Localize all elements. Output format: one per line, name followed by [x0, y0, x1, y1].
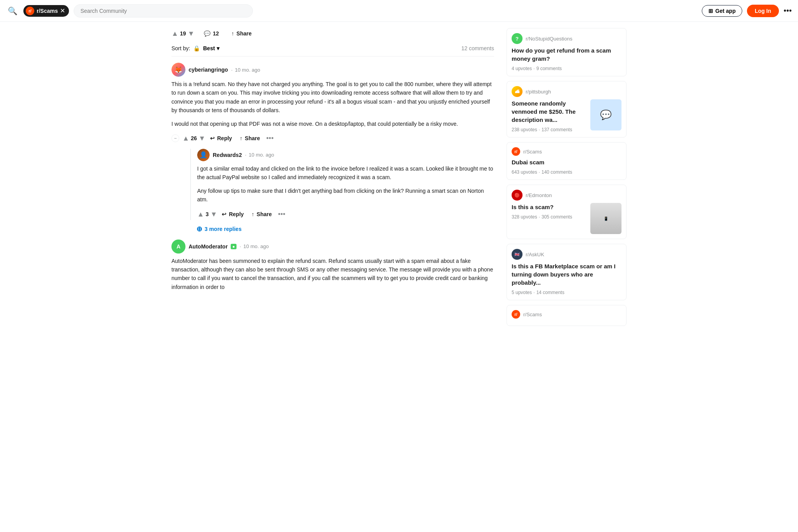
comment-icon: 💬: [204, 30, 210, 37]
share-count: 12: [213, 30, 219, 37]
card-upvotes-5: 5 upvotes: [512, 290, 532, 295]
post-share-count-button[interactable]: 💬 12: [201, 28, 222, 39]
sidebar-card-2[interactable]: 🏙 r/pittsburgh Someone randomly venmoed …: [507, 81, 627, 137]
card-stats-3: 643 upvotes · 140 comments: [512, 169, 621, 175]
sort-bar: Sort by: 🔒 Best ▾ 12 comments: [171, 45, 494, 56]
card-title-4: Is this a scam?: [512, 203, 587, 211]
sort-selector[interactable]: Best ▾: [203, 45, 219, 51]
more-options-button[interactable]: •••: [784, 6, 792, 15]
nested-separator: ·: [245, 152, 247, 158]
nested-body: I got a similar email today and clicked …: [197, 164, 494, 204]
sidebar-card-5[interactable]: 🇬🇧 r/AskUK Is this a FB Marketplace scam…: [507, 244, 627, 300]
search-icon: 🔍: [6, 5, 19, 17]
sidebar-card-6[interactable]: r/ r/Scams: [507, 305, 627, 326]
nested-author[interactable]: Redwards2: [213, 152, 242, 158]
reply-icon-1: ↩: [210, 135, 215, 141]
automod-separator: ·: [240, 243, 241, 249]
nested-text-2: Any follow up tips to make sure that I d…: [197, 187, 494, 204]
share-icon-1: ↑: [240, 135, 242, 141]
card-text-4: Is this a scam? 328 upvotes · 305 commen…: [512, 203, 587, 234]
card-comments-3: 140 comments: [542, 169, 572, 175]
avatar-cyberiangringo: 🦊: [171, 63, 185, 77]
community-icon-6: r/: [512, 310, 520, 319]
header: 🔍 r/ r/Scams ✕ ⊞ Get app Log In •••: [0, 0, 798, 22]
login-button[interactable]: Log In: [747, 5, 779, 17]
nested-comment-header: 👤 Redwards2 · 10 mo. ago: [197, 149, 494, 161]
nested-actions: ▲ 3 ▼ ↩ Reply ↑ Share •••: [197, 209, 494, 220]
community-icon-4: 🔴: [512, 190, 523, 201]
share-button-1[interactable]: ↑ Share: [237, 133, 263, 144]
nested-vote-count: 3: [206, 211, 209, 217]
community-pill[interactable]: r/ r/Scams ✕: [23, 5, 69, 17]
nested-share-button[interactable]: ↑ Share: [249, 209, 275, 220]
comment-body-1: This is a !refund scam. No they have not…: [171, 80, 494, 128]
community-name-1: r/NoStupidQuestions: [526, 36, 572, 42]
comment-cyberiangringo: 🦊 cyberiangringo · 10 mo. ago This is a …: [171, 63, 494, 233]
card-image-4: 📱: [590, 203, 621, 234]
post-upvote-button[interactable]: ▲: [171, 30, 178, 38]
card-upvotes-2: 238 upvotes: [512, 127, 537, 132]
close-community-button[interactable]: ✕: [60, 8, 65, 14]
card-dot-5: ·: [533, 290, 535, 295]
automod-author[interactable]: AutoModerator: [189, 243, 228, 250]
automod-text: AutoModerator has been summoned to expla…: [171, 257, 494, 292]
sidebar-card-6-content: r/ r/Scams: [507, 305, 626, 326]
sidebar-card-1[interactable]: ? r/NoStupidQuestions How do you get ref…: [507, 28, 627, 76]
comment-separator-1: ·: [231, 67, 233, 73]
sidebar-card-1-content: ? r/NoStupidQuestions How do you get ref…: [507, 28, 626, 76]
comment-upvote-1[interactable]: ▲: [182, 134, 189, 143]
comment-time-1: 10 mo. ago: [235, 67, 260, 73]
post-vote-count: 19: [180, 30, 186, 37]
comment-author-1[interactable]: cyberiangringo: [189, 67, 228, 73]
sidebar-community-3: r/ r/Scams: [512, 147, 621, 156]
reply-label-1: Reply: [217, 135, 232, 141]
share-label-1: Share: [245, 135, 260, 141]
nested-more-button[interactable]: •••: [277, 209, 287, 220]
sidebar-community-5: 🇬🇧 r/AskUK: [512, 249, 621, 260]
community-name-3: r/Scams: [523, 149, 542, 155]
nested-share-icon: ↑: [252, 211, 254, 217]
qr-icon: ⊞: [708, 8, 713, 14]
sidebar-community-1: ? r/NoStupidQuestions: [512, 33, 621, 44]
nested-reply-button[interactable]: ↩ Reply: [219, 209, 247, 220]
card-title-2: Someone randomly venmoed me $250. The de…: [512, 99, 587, 124]
page-layout: ▲ 19 ▼ 💬 12 ↑ Share Sort by: 🔒 Best ▾: [165, 22, 633, 337]
nested-downvote[interactable]: ▼: [210, 210, 217, 218]
get-app-button[interactable]: ⊞ Get app: [702, 5, 742, 17]
post-downvote-button[interactable]: ▼: [187, 30, 194, 38]
card-comments-4: 305 comments: [542, 214, 572, 220]
automod-meta: · 10 mo. ago: [240, 243, 269, 249]
post-share-button[interactable]: ↑ Share: [228, 28, 255, 39]
sidebar-card-4[interactable]: 🔴 r/Edmonton Is this a scam? 328 upvotes…: [507, 185, 627, 239]
card-dot-4: ·: [538, 214, 540, 220]
nested-reply-label: Reply: [229, 211, 244, 217]
community-name-4: r/Edmonton: [526, 192, 552, 198]
comment-text-1a: This is a !refund scam. No they have not…: [171, 80, 494, 115]
more-button-1[interactable]: •••: [265, 133, 275, 144]
community-icon-2: 🏙: [512, 86, 523, 97]
more-replies-button[interactable]: ⊕ 3 more replies: [190, 225, 242, 233]
nested-comment-redwards: 👤 Redwards2 · 10 mo. ago I got a similar…: [190, 149, 494, 220]
community-icon-5: 🇬🇧: [512, 249, 523, 260]
nested-upvote[interactable]: ▲: [197, 210, 204, 218]
get-app-label: Get app: [715, 8, 736, 14]
card-dot-1: ·: [533, 66, 535, 71]
card-stats-5: 5 upvotes · 14 comments: [512, 290, 621, 295]
search-input[interactable]: [74, 4, 253, 18]
comments-count: 12 comments: [461, 45, 494, 51]
card-stats-2: 238 upvotes · 137 comments: [512, 127, 587, 132]
nested-meta: · 10 mo. ago: [245, 152, 274, 158]
share-icon: ↑: [231, 30, 234, 37]
collapse-button-1[interactable]: −: [171, 134, 179, 142]
comment-downvote-1[interactable]: ▼: [198, 134, 205, 143]
header-right: ⊞ Get app Log In •••: [702, 5, 792, 17]
community-logo: r/: [26, 7, 34, 15]
community-name-6: r/Scams: [523, 312, 542, 317]
sidebar-card-3[interactable]: r/ r/Scams Dubai scam 643 upvotes · 140 …: [507, 142, 627, 180]
card-title-3: Dubai scam: [512, 158, 621, 166]
reply-button-1[interactable]: ↩ Reply: [207, 133, 235, 144]
share-label: Share: [237, 30, 252, 37]
main-content: ▲ 19 ▼ 💬 12 ↑ Share Sort by: 🔒 Best ▾: [165, 22, 500, 337]
community-name-5: r/AskUK: [526, 252, 544, 257]
nested-share-label: Share: [257, 211, 272, 217]
